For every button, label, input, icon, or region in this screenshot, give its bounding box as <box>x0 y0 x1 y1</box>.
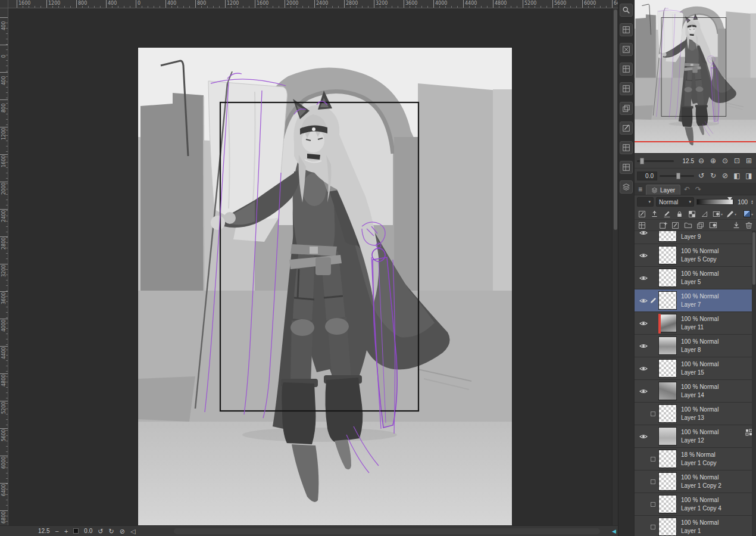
zoom-in-button[interactable]: ⊕ <box>708 156 718 166</box>
scroll-left-arrow-icon[interactable]: ◀ <box>612 528 616 534</box>
layer-name[interactable]: Layer 12 <box>681 437 751 445</box>
layer-row[interactable]: 100 % Normal Layer 1 <box>635 516 756 536</box>
new-folder-button[interactable] <box>683 221 692 230</box>
opacity-value[interactable]: 100 <box>736 199 748 205</box>
zoom-reset-button[interactable]: ⊙ <box>720 156 730 166</box>
layer-row[interactable]: 100 % Normal Layer 13 <box>635 403 756 425</box>
dock-grid-icon-5[interactable] <box>620 161 633 174</box>
rotate-right-button[interactable]: ↻ <box>708 171 718 180</box>
zoom-in-button[interactable]: + <box>64 526 68 536</box>
rotate-left-button[interactable]: ↺ <box>98 526 103 536</box>
dock-grid-icon-2[interactable] <box>620 63 633 76</box>
zoom-out-button[interactable]: − <box>55 526 58 536</box>
layer-list[interactable]: 100 % Normal Layer 9 100 % Normal Layer … <box>635 231 756 536</box>
visibility-toggle[interactable] <box>638 343 649 349</box>
vertical-scrollbar-thumb[interactable] <box>614 10 617 230</box>
opacity-slider-thumb[interactable] <box>727 197 732 201</box>
layer-name[interactable]: Layer 7 <box>681 301 751 309</box>
palette-menu-icon[interactable]: ≡ <box>638 185 642 194</box>
reference-dropdown[interactable]: ▾ <box>726 210 736 218</box>
visibility-toggle[interactable] <box>638 275 649 281</box>
visibility-toggle[interactable] <box>638 411 649 417</box>
ruler-icon[interactable] <box>700 210 709 219</box>
layer-row[interactable]: 100 % Normal Layer 8 <box>635 335 756 357</box>
extract-up-icon[interactable] <box>650 210 659 219</box>
tab-layer[interactable]: Layer <box>646 185 680 195</box>
new-vector-layer-button[interactable] <box>671 221 680 230</box>
dock-edit-icon[interactable] <box>620 121 633 135</box>
layer-thumbnail[interactable] <box>658 246 677 264</box>
navigator-preview[interactable] <box>635 0 756 154</box>
flip-horizontal-button[interactable]: ◧ <box>732 171 742 180</box>
layer-thumbnail[interactable] <box>658 231 677 242</box>
layer-thumbnail[interactable] <box>658 291 677 310</box>
visibility-toggle[interactable] <box>638 298 649 304</box>
dock-magnifier-icon[interactable] <box>620 4 633 17</box>
layer-redo-icon[interactable]: ↷ <box>695 185 701 194</box>
layer-row[interactable]: 100 % Normal Layer 9 <box>635 231 756 244</box>
layer-row[interactable]: 18 % Normal Layer 1 Copy <box>635 448 756 470</box>
layer-name[interactable]: Layer 1 Copy 4 <box>681 504 751 513</box>
layer-name[interactable]: Layer 1 Copy <box>681 459 751 468</box>
layer-row[interactable]: 100 % Normal Layer 1 Copy 2 <box>635 470 756 493</box>
layer-name[interactable]: Layer 15 <box>681 369 751 377</box>
layer-name[interactable]: Layer 8 <box>681 346 751 354</box>
layer-thumbnail[interactable] <box>658 404 677 423</box>
layer-list-scrollbar-thumb[interactable] <box>752 232 755 285</box>
rotation-value[interactable]: 0.0 <box>84 528 92 534</box>
lock-layer-icon[interactable] <box>675 210 684 219</box>
layer-row[interactable]: 100 % Normal Layer 12 <box>635 425 756 448</box>
visibility-toggle[interactable] <box>638 524 649 530</box>
lock-pencil-icon[interactable] <box>663 210 671 219</box>
rotate-left-button[interactable]: ↺ <box>696 171 706 180</box>
new-layer-button[interactable] <box>658 221 667 230</box>
layer-list-scrollbar[interactable] <box>752 231 756 536</box>
fit-to-screen-button[interactable]: ⊡ <box>732 156 742 166</box>
dock-grid-icon-1[interactable] <box>620 23 633 36</box>
visibility-toggle[interactable] <box>638 231 649 236</box>
layer-row[interactable]: 100 % Normal Layer 7 <box>635 289 756 312</box>
layer-name[interactable]: Layer 9 <box>681 233 751 241</box>
opacity-slider[interactable] <box>696 199 733 205</box>
visibility-toggle[interactable] <box>638 320 649 326</box>
actual-size-button[interactable]: ⊞ <box>744 156 754 166</box>
layer-name[interactable]: Layer 5 Copy <box>681 255 751 264</box>
layer-list-view-icon[interactable] <box>638 221 646 230</box>
visibility-toggle[interactable] <box>638 456 649 462</box>
dock-copy-icon[interactable] <box>620 102 633 115</box>
layer-name[interactable]: Layer 1 <box>681 527 751 535</box>
layer-row[interactable]: 100 % Normal Layer 14 <box>635 380 756 403</box>
visibility-toggle[interactable] <box>638 366 649 372</box>
rotate-right-button[interactable]: ↻ <box>108 526 114 536</box>
vertical-scrollbar[interactable] <box>612 8 618 525</box>
navigator-zoom-value[interactable]: 12.5 <box>676 158 694 164</box>
visibility-toggle[interactable] <box>638 501 649 507</box>
layer-thumbnail[interactable] <box>658 336 677 355</box>
layer-row[interactable]: 100 % Normal Layer 1 Copy 4 <box>635 493 756 516</box>
visibility-toggle[interactable] <box>638 388 649 394</box>
layer-thumbnail[interactable] <box>658 382 677 400</box>
layer-name[interactable]: Layer 14 <box>681 391 751 400</box>
visibility-toggle[interactable] <box>638 434 649 440</box>
layer-thumbnail[interactable] <box>658 359 677 378</box>
horizontal-scrollbar-thumb[interactable] <box>174 528 600 534</box>
dock-grid-icon-4[interactable] <box>620 141 633 154</box>
layer-mask-button[interactable] <box>708 221 717 230</box>
merge-down-button[interactable] <box>732 221 741 230</box>
layer-thumbnail[interactable] <box>658 472 677 491</box>
navigator-rotation-value[interactable]: 0.0 <box>637 172 657 180</box>
canvas-viewport[interactable] <box>8 8 612 525</box>
rotate-reset-button[interactable]: ⊘ <box>720 171 730 180</box>
delete-layer-button[interactable] <box>744 221 753 230</box>
layer-filter-dropdown[interactable]: ▾ <box>637 197 654 207</box>
lock-transparency-icon[interactable] <box>688 210 696 219</box>
dock-xsquare-icon[interactable] <box>620 43 633 56</box>
layer-name[interactable]: Layer 5 <box>681 278 751 286</box>
layer-thumbnail[interactable] <box>658 314 677 332</box>
rotation-slider[interactable] <box>660 175 694 177</box>
layer-thumbnail[interactable] <box>658 427 677 445</box>
layer-name[interactable]: Layer 1 Copy 2 <box>681 482 751 490</box>
layer-row[interactable]: 100 % Normal Layer 11 <box>635 312 756 335</box>
rotation-slider-thumb[interactable] <box>676 173 680 179</box>
visibility-toggle[interactable] <box>638 253 649 258</box>
